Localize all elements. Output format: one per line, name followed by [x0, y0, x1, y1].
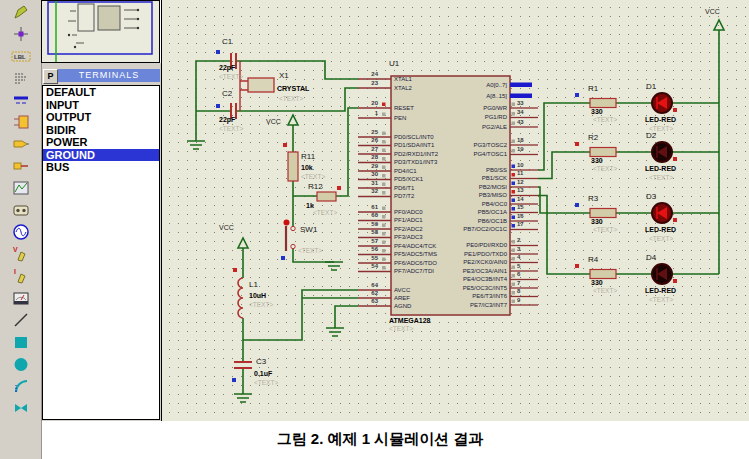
- terminal-item-ground[interactable]: GROUND: [43, 149, 159, 162]
- svg-text:LBL: LBL: [14, 54, 26, 60]
- terminal-item-bus[interactable]: BUS: [43, 161, 159, 174]
- terminal-item-power[interactable]: POWER: [43, 136, 159, 149]
- ground-symbol: [325, 262, 343, 270]
- led-state-square: [673, 108, 677, 112]
- 2d-path-icon[interactable]: [7, 398, 35, 418]
- pin-state-square: [382, 241, 386, 245]
- terminal-item-bidir[interactable]: BIDIR: [43, 124, 159, 137]
- state-squares: [216, 50, 341, 382]
- pin-state-square: [382, 191, 386, 195]
- pin-state-square: [382, 166, 386, 170]
- wire-switch: [293, 196, 334, 262]
- pin-state-square: [512, 216, 516, 220]
- virtual-instrument-icon[interactable]: [7, 288, 35, 308]
- pin-state-square: [382, 258, 386, 262]
- wire-led-channel: [538, 152, 719, 179]
- pin-state-square: [382, 224, 386, 228]
- wire-label-icon[interactable]: LBL: [7, 46, 35, 66]
- svg-text:V: V: [13, 246, 18, 253]
- text-script-icon[interactable]: [7, 68, 35, 88]
- pin-state-square: [512, 274, 516, 278]
- capacitor-c2[interactable]: [231, 103, 236, 119]
- led-state-square: [673, 157, 677, 161]
- pin-state-square: [382, 232, 386, 236]
- resistor-r2[interactable]: [590, 148, 616, 157]
- led-state-square: [673, 279, 677, 283]
- resistor-r1[interactable]: [590, 99, 616, 108]
- current-probe-icon[interactable]: I: [7, 266, 35, 286]
- terminal-item-input[interactable]: INPUT: [43, 99, 159, 112]
- 2d-circle-icon[interactable]: [7, 354, 35, 374]
- device-pin-icon[interactable]: [7, 156, 35, 176]
- wire-reset: [293, 108, 358, 196]
- selector-title: TERMINALS: [58, 69, 160, 82]
- toolbar-left: LBL V I: [0, 0, 42, 459]
- terminal-item-default[interactable]: DEFAULT: [43, 86, 159, 99]
- switch-contact[interactable]: [291, 244, 295, 248]
- pin-state-square: [512, 190, 516, 194]
- junction-dot-icon[interactable]: [7, 24, 35, 44]
- mcu-atmega128[interactable]: [391, 76, 510, 315]
- crystal-leads: [240, 61, 248, 111]
- 2d-box-icon[interactable]: [7, 332, 35, 352]
- pin-state-square: [382, 183, 386, 187]
- capacitor-c1[interactable]: [231, 53, 236, 69]
- pin-state-square: [382, 113, 386, 117]
- wire-state-square: [575, 264, 579, 268]
- wire-led-channel: [538, 196, 719, 275]
- wire-state-square: [575, 142, 579, 146]
- pin-state-square: [512, 140, 516, 144]
- pin-state-square: [512, 240, 516, 244]
- pin-state-square: [382, 149, 386, 153]
- generator-icon[interactable]: [7, 222, 35, 242]
- pin-state-square: [512, 199, 516, 203]
- capacitor-c3[interactable]: [234, 362, 252, 368]
- pin-state-square: [512, 103, 516, 107]
- ground-symbol: [234, 394, 252, 402]
- terminals-list[interactable]: DEFAULTINPUTOUTPUTBIDIRPOWERGROUNDBUS: [42, 85, 160, 420]
- subcircuit-icon[interactable]: [7, 112, 35, 132]
- pin-state-square: [512, 266, 516, 270]
- pin-state-square: [512, 122, 516, 126]
- terminal-icon[interactable]: [7, 134, 35, 154]
- pick-devices-button[interactable]: P: [43, 69, 58, 84]
- preview-mini-schematic: [42, 1, 159, 62]
- vcc-terminal-1: [288, 115, 298, 125]
- component-mode-icon[interactable]: [7, 2, 35, 22]
- pin-state-square: [382, 132, 386, 136]
- inductor-l1[interactable]: [238, 278, 243, 318]
- bus-a8-15[interactable]: [510, 94, 532, 99]
- terminal-item-output[interactable]: OUTPUT: [43, 111, 159, 124]
- wire-avcc: [243, 248, 358, 394]
- led-state-square: [673, 218, 677, 222]
- switch-contact[interactable]: [291, 226, 295, 230]
- graph-mode-icon[interactable]: [7, 178, 35, 198]
- vcc-terminal-2: [238, 238, 248, 248]
- tape-recorder-icon[interactable]: [7, 200, 35, 220]
- crystal-x1[interactable]: [248, 78, 274, 92]
- pin-state-square: [512, 300, 516, 304]
- bus-icon[interactable]: [7, 90, 35, 110]
- ground-symbol: [187, 141, 205, 149]
- resistor-r11[interactable]: [288, 152, 298, 181]
- voltage-probe-icon[interactable]: V: [7, 244, 35, 264]
- 2d-arc-icon[interactable]: [7, 376, 35, 396]
- junction-dot: [284, 220, 290, 226]
- pin-state-square: [382, 103, 386, 107]
- pin-state-square: [382, 140, 386, 144]
- 2d-line-icon[interactable]: [7, 310, 35, 330]
- ground-symbol: [326, 328, 344, 336]
- wire-led-channel: [538, 187, 719, 213]
- pin-state-square: [512, 257, 516, 261]
- pin-state-square: [512, 291, 516, 295]
- wire-state-square: [575, 93, 579, 97]
- resistor-r4[interactable]: [590, 270, 616, 279]
- wire-state-square: [575, 203, 579, 207]
- wire-xtal1: [240, 61, 358, 79]
- resistor-r12[interactable]: [317, 192, 336, 201]
- resistor-r3[interactable]: [590, 209, 616, 218]
- wire-led-channel: [538, 103, 719, 170]
- vcc-terminal-3: [714, 20, 724, 30]
- bus-a0-7[interactable]: [510, 83, 532, 88]
- schematic-preview[interactable]: [41, 0, 160, 63]
